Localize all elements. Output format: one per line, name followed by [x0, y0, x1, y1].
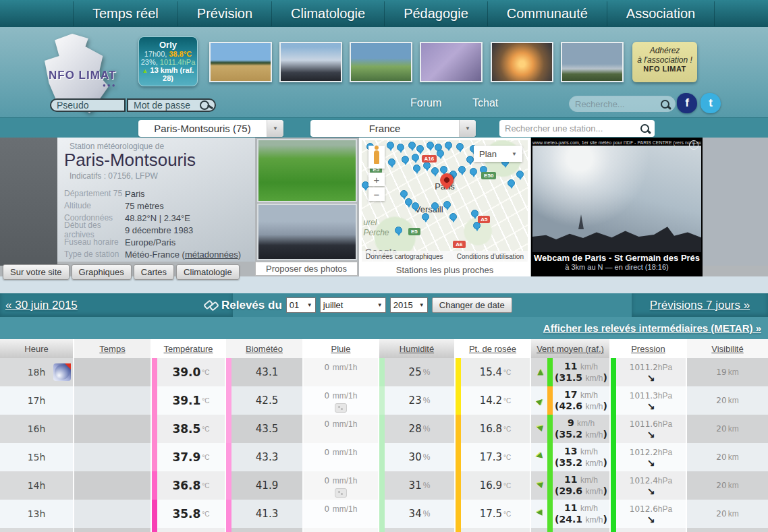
station-marker-icon[interactable] [427, 142, 434, 149]
metadata-link[interactable]: métadonnées [185, 249, 238, 260]
station-marker-icon[interactable] [431, 167, 439, 175]
station-photo[interactable] [257, 204, 357, 260]
station-marker-icon[interactable] [402, 156, 409, 163]
station-photo[interactable] [257, 139, 357, 202]
column-header-vent-moyen-raf-[interactable]: Vent moyen (raf.) [531, 339, 611, 358]
station-marker-icon[interactable] [508, 179, 515, 187]
humidity-cell: 25% [379, 358, 456, 386]
station-marker-icon[interactable] [397, 144, 404, 151]
station-marker-icon[interactable] [408, 142, 416, 149]
change-date-button[interactable]: Changer de date [432, 297, 512, 313]
station-marker-icon[interactable] [400, 190, 408, 198]
zoom-in-button[interactable]: + [368, 173, 385, 186]
facebook-icon[interactable]: f [677, 93, 697, 113]
station-search-input[interactable]: Rechercher une station... [499, 120, 655, 137]
twitter-icon[interactable]: t [701, 93, 721, 113]
forecast-tab[interactable]: Prévisions 7 jours » [632, 293, 768, 317]
tab-graphiques[interactable]: Graphiques [72, 264, 132, 280]
tab-sur-votre-site[interactable]: Sur votre site [3, 264, 70, 280]
year-select[interactable]: 2015▼ [390, 297, 428, 313]
tchat-link[interactable]: Tchat [472, 97, 498, 109]
adhere-association-badge[interactable]: Adhérez à l'association ! NFO LIMAT [632, 42, 697, 82]
wind-speed: 17 km/h [564, 389, 598, 401]
password-input[interactable]: Mot de passe [127, 98, 216, 112]
column-header-biom-t-o[interactable]: Biométéo [226, 339, 304, 358]
rain-value: 0 [325, 504, 330, 514]
column-header-pression[interactable]: Pression [611, 339, 687, 358]
station-marker-icon[interactable] [516, 171, 524, 178]
month-select[interactable]: juillet▼ [320, 297, 386, 313]
nav-item-pedagogie[interactable]: Pédagogie [384, 1, 487, 26]
map-caption: Stations les plus proches [359, 263, 530, 276]
station-marker-icon[interactable] [437, 150, 444, 157]
previous-day-link[interactable]: « 30 juin 2015 [5, 299, 78, 312]
column-header-temp-rature[interactable]: Température [152, 339, 226, 358]
webcam-zoom-icon[interactable]: + [689, 140, 698, 150]
column-header-temps[interactable]: Temps [74, 339, 152, 358]
permalink-icon[interactable] [203, 297, 219, 314]
column-header-visibilit-[interactable]: Visibilité [687, 339, 768, 358]
biometeo-cell: 43.1 [226, 358, 304, 386]
nav-item-temps-reel[interactable]: Temps réel [73, 1, 177, 26]
tab-climatologie[interactable]: Climatologie [176, 264, 240, 280]
forum-link[interactable]: Forum [410, 97, 441, 109]
photo-thumbnail[interactable] [209, 42, 272, 82]
pseudo-input[interactable]: Pseudo [50, 98, 126, 112]
day-select[interactable]: 01▼ [286, 297, 316, 313]
station-select[interactable]: Paris-Montsouris (75) ▼ [138, 120, 283, 137]
hour-label: 13h [28, 508, 46, 519]
station-marker-icon[interactable] [395, 227, 402, 234]
weather-symbol-cell [74, 415, 152, 443]
chevron-down-icon: ▼ [512, 151, 517, 157]
forecast-link[interactable]: Prévisions 7 jours » [650, 299, 750, 312]
photo-thumbnail[interactable] [491, 42, 553, 82]
station-marker-icon[interactable] [443, 201, 451, 208]
site-search-input[interactable]: Recherche... [569, 96, 676, 112]
metar-link[interactable]: Afficher les relevés intermédiaires (MET… [543, 322, 761, 334]
station-marker-icon[interactable] [423, 162, 431, 169]
station-marker-icon[interactable] [412, 202, 419, 210]
previous-day-tab[interactable]: « 30 juin 2015 [0, 293, 233, 317]
station-marker-icon[interactable] [412, 154, 419, 161]
station-marker-icon[interactable] [466, 156, 474, 163]
photo-thumbnail[interactable] [561, 42, 624, 82]
nav-item-climatologie[interactable]: Climatologie [271, 1, 384, 26]
photo-thumbnail[interactable] [350, 42, 412, 82]
map-type-select[interactable]: Plan ▼ [474, 146, 522, 162]
pressure-cell: 1011.6hPa↘ [611, 415, 687, 443]
map-canvas[interactable]: Plan ▼ + − Données cartographiques Condi… [362, 140, 528, 262]
map-attrib-terms[interactable]: Conditions d'utilisation [457, 253, 524, 260]
map-attrib-data[interactable]: Données cartographiques [366, 253, 443, 260]
unit-label: km/h [585, 430, 603, 440]
zoom-out-button[interactable]: − [368, 187, 385, 201]
nav-item-prevision[interactable]: Prévision [177, 1, 271, 26]
tabs-bar: Sur votre siteGraphiquesCartesClimatolog… [3, 264, 240, 280]
webcam-block[interactable]: www.meteo-paris.com, 1er site météo pour… [531, 138, 703, 276]
station-marker-icon[interactable] [456, 143, 464, 150]
station-marker-icon[interactable] [458, 166, 466, 173]
station-marker-icon[interactable] [387, 142, 394, 149]
photo-thumbnail[interactable] [279, 42, 342, 82]
station-marker-icon[interactable] [445, 142, 452, 149]
propose-photos-button[interactable]: Proposer des photos [255, 262, 358, 276]
station-marker-icon[interactable] [388, 158, 395, 166]
pegman-icon[interactable] [368, 146, 385, 169]
station-marker-icon[interactable] [413, 165, 420, 172]
column-header-pluie[interactable]: Pluie [304, 339, 379, 358]
nav-item-association[interactable]: Association [607, 1, 715, 26]
photo-thumbnail[interactable] [420, 42, 483, 82]
column-header-pt-de-ros-e[interactable]: Pt. de rosée [456, 339, 531, 358]
unit-label: °C [202, 369, 209, 376]
nav-item-communaute[interactable]: Communauté [487, 1, 607, 26]
humidity-cell: 28% [379, 415, 456, 443]
station-marker-icon[interactable] [416, 145, 424, 152]
country-select[interactable]: France ▼ [310, 120, 476, 137]
unit-label: % [423, 367, 431, 377]
station-marker-icon[interactable] [440, 166, 447, 173]
column-header-humidit-[interactable]: Humidité [379, 339, 456, 358]
current-weather-widget[interactable]: Orly 17h00, 38.8°C 23%, 1011.4hPa ▲ 13 k… [138, 36, 198, 86]
station-marker-icon[interactable] [422, 213, 429, 220]
station-marker-icon[interactable] [449, 213, 457, 220]
tab-cartes[interactable]: Cartes [134, 264, 174, 280]
station-marker-icon[interactable] [470, 168, 477, 175]
